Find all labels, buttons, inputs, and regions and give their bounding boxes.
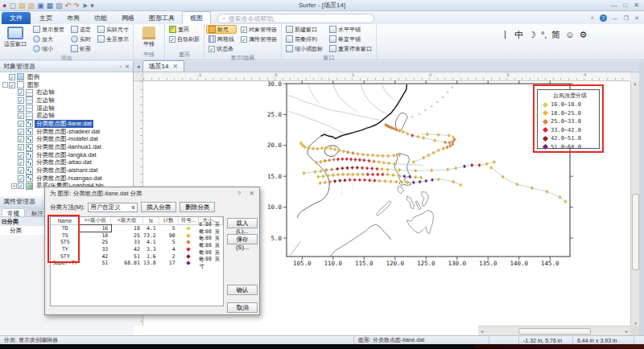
typhoon-data-point[interactable] xyxy=(363,179,366,183)
dialog-close-icon[interactable]: ✕ xyxy=(249,190,254,197)
typhoon-data-point[interactable] xyxy=(381,167,384,171)
checkbox-icon[interactable]: ✓ xyxy=(18,89,24,96)
typhoon-data-point[interactable] xyxy=(432,151,436,155)
button-实际尺寸[interactable]: 实际尺寸 xyxy=(95,25,131,34)
expander-icon[interactable]: + xyxy=(11,183,17,189)
checkbox-icon[interactable]: ✓ xyxy=(18,105,24,112)
typhoon-data-point[interactable] xyxy=(402,130,405,134)
typhoon-data-point[interactable] xyxy=(516,183,519,187)
checkbox-icon[interactable]: ✓ xyxy=(18,152,24,158)
help-icon[interactable]: ? xyxy=(600,14,607,22)
typhoon-data-point[interactable] xyxy=(419,175,423,179)
typhoon-data-point[interactable] xyxy=(386,167,390,171)
typhoon-data-point[interactable] xyxy=(493,160,496,164)
typhoon-data-point[interactable] xyxy=(352,151,355,155)
typhoon-data-point[interactable] xyxy=(414,169,417,173)
delete-class-button[interactable]: 删除分类 xyxy=(180,202,215,212)
classification-dialog[interactable]: 为 图形: 分类散点图-tiane.dat 分类 ? ✕ 分类方法(M): 用户… xyxy=(44,187,260,315)
typhoon-data-point[interactable] xyxy=(394,128,398,132)
typhoon-data-point[interactable] xyxy=(378,179,382,183)
typhoon-data-point[interactable] xyxy=(341,166,345,170)
checkbox-icon[interactable]: ✓ xyxy=(18,183,24,189)
checkbox-icon[interactable]: ✓ xyxy=(18,129,24,135)
typhoon-data-point[interactable] xyxy=(371,154,374,158)
ime-simplified-icon[interactable]: 简 xyxy=(551,29,560,41)
typhoon-data-point[interactable] xyxy=(430,169,433,173)
typhoon-data-point[interactable] xyxy=(361,166,364,170)
typhoon-data-point[interactable] xyxy=(319,181,322,185)
vertical-scrollbar[interactable]: ▲ ▼ xyxy=(630,81,639,326)
button-缩小[interactable]: 缩小 xyxy=(31,44,67,53)
tree-item[interactable]: ✓图例 xyxy=(0,73,133,81)
typhoon-data-point[interactable] xyxy=(354,158,357,162)
ok-button[interactable]: 确认 xyxy=(227,285,258,295)
typhoon-data-point[interactable] xyxy=(374,179,377,183)
typhoon-data-point[interactable] xyxy=(324,168,328,172)
horizontal-scrollbar[interactable]: ◄ ► xyxy=(478,326,630,335)
typhoon-data-point[interactable] xyxy=(322,174,325,179)
typhoon-data-point[interactable] xyxy=(333,179,336,183)
ime-settings-icon[interactable]: ⚙ xyxy=(580,30,588,40)
pin-icon[interactable]: ▫ xyxy=(120,64,122,70)
scroll-left-icon[interactable]: ◄ xyxy=(480,329,484,334)
typhoon-data-point[interactable] xyxy=(362,158,365,162)
dialog-title-bar[interactable]: 为 图形: 分类散点图-tiane.dat 分类 ? ✕ xyxy=(45,187,259,199)
typhoon-data-point[interactable] xyxy=(324,159,327,163)
typhoon-data-point[interactable] xyxy=(406,132,409,136)
ribbon-tab-视图[interactable]: 视图 xyxy=(182,11,211,24)
typhoon-data-point[interactable] xyxy=(336,173,340,177)
typhoon-data-point[interactable] xyxy=(463,165,466,169)
typhoon-data-point[interactable] xyxy=(376,167,379,171)
button-平移[interactable]: 平移 xyxy=(135,25,163,48)
typhoon-data-point[interactable] xyxy=(373,159,376,163)
typhoon-data-point[interactable] xyxy=(368,179,371,183)
typhoon-data-point[interactable] xyxy=(353,179,357,183)
tree-item[interactable]: ✓底边轴 xyxy=(0,112,133,120)
checkbox-icon[interactable]: ✓ xyxy=(18,97,24,104)
typhoon-data-point[interactable] xyxy=(341,157,345,161)
typhoon-data-point[interactable] xyxy=(332,173,335,177)
typhoon-data-point[interactable] xyxy=(376,173,379,177)
tree-item[interactable]: -✓图形 xyxy=(0,81,133,89)
typhoon-data-point[interactable] xyxy=(346,173,349,177)
tab-scroll-left-icon[interactable]: ◂ xyxy=(134,64,142,72)
typhoon-data-point[interactable] xyxy=(448,133,451,138)
cancel-button[interactable]: 取消 xyxy=(227,302,258,313)
expander-icon[interactable]: ⊟ xyxy=(2,218,6,225)
tree-item[interactable]: ✓分类散点图-aitao.dat xyxy=(0,159,133,167)
typhoon-data-point[interactable] xyxy=(437,178,440,182)
button-重画[interactable]: 重画 xyxy=(167,25,202,34)
checkbox-icon[interactable]: ✓ xyxy=(18,121,24,127)
checkbox-icon[interactable]: ✓ xyxy=(9,82,15,88)
doc-minimize-icon[interactable]: — xyxy=(613,15,618,21)
typhoon-data-point[interactable] xyxy=(365,166,369,170)
document-tab[interactable]: 场景14 ✕ xyxy=(142,60,185,72)
minimize-button[interactable]: — xyxy=(610,2,617,9)
typhoon-data-point[interactable] xyxy=(433,138,436,142)
insert-class-button[interactable]: 插入分类 xyxy=(141,202,176,212)
doc-restore-icon[interactable]: ❐ xyxy=(624,15,629,22)
pm-tab-常规[interactable]: 常规 xyxy=(2,208,25,216)
typhoon-data-point[interactable] xyxy=(349,179,352,183)
checkbox-自动刷新[interactable]: ✓自动刷新 xyxy=(167,35,202,43)
typhoon-data-point[interactable] xyxy=(303,171,306,175)
ribbon-tab-功能[interactable]: 功能 xyxy=(87,12,114,24)
typhoon-data-point[interactable] xyxy=(345,157,349,161)
typhoon-data-point[interactable] xyxy=(324,181,327,185)
typhoon-data-point[interactable] xyxy=(351,166,354,170)
button-标尺[interactable]: 标尺 xyxy=(206,25,237,34)
doc-close-icon[interactable]: ✕ xyxy=(634,15,639,22)
typhoon-data-point[interactable] xyxy=(444,141,447,145)
button-全景显示[interactable]: 全景显示 xyxy=(95,35,131,43)
ime-caret-icon[interactable]: 丨 xyxy=(501,29,510,41)
typhoon-data-point[interactable] xyxy=(546,190,549,194)
map-legend[interactable]: 台风强度分级 16.0~18.018.0~25.025.0~33.033.0~4… xyxy=(537,89,600,149)
ribbon-tab-文件[interactable]: 文件 xyxy=(2,12,31,24)
typhoon-data-point[interactable] xyxy=(478,163,481,167)
close-button[interactable]: ✕ xyxy=(634,2,639,9)
checkbox-icon[interactable]: ✓ xyxy=(9,74,15,80)
button-新建窗口[interactable]: 新建窗口 xyxy=(283,25,325,34)
load-button[interactable]: 载入(L)... xyxy=(227,218,258,228)
typhoon-data-point[interactable] xyxy=(382,161,386,165)
typhoon-data-point[interactable] xyxy=(416,135,419,139)
